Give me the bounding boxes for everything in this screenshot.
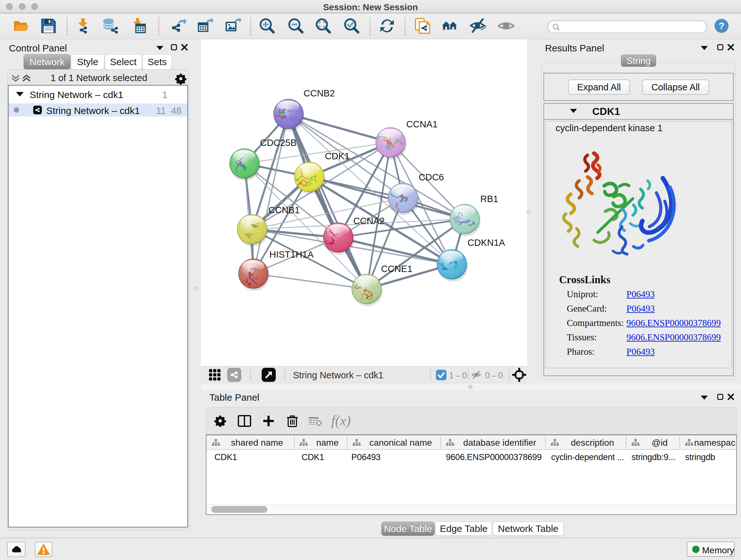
svg-text:CDKN1A: CDKN1A: [468, 238, 505, 248]
svg-text:CCNE1: CCNE1: [381, 264, 412, 274]
svg-text:?: ?: [719, 20, 724, 31]
svg-text:CDC25B: CDC25B: [260, 138, 296, 148]
svg-text:CDC6: CDC6: [419, 172, 444, 182]
svg-text:CCNB1: CCNB1: [268, 205, 300, 215]
svg-text:RB1: RB1: [480, 194, 498, 204]
svg-text:CCNA2: CCNA2: [353, 216, 385, 226]
svg-text:CCNB2: CCNB2: [304, 88, 335, 98]
svg-text:CDK1: CDK1: [325, 151, 349, 161]
svg-text:HIST1H1A: HIST1H1A: [269, 249, 314, 260]
svg-text:CCNA1: CCNA1: [406, 119, 437, 129]
